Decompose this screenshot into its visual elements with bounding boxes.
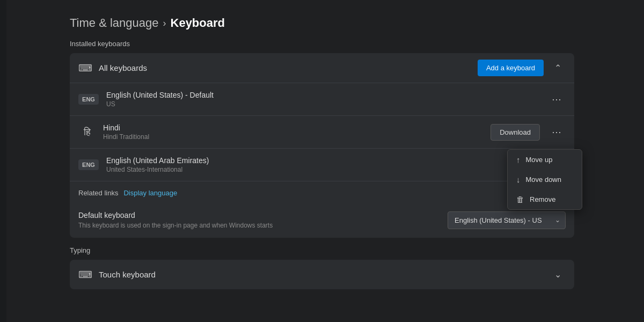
collapse-chevron-button[interactable]: ⌃ xyxy=(550,61,566,75)
default-keyboard-title: Default keyboard xyxy=(78,211,273,219)
hindi-name: Hindi xyxy=(103,123,483,132)
related-links-section: Related links Display language xyxy=(70,181,574,202)
english-us-sub: US xyxy=(106,100,540,108)
default-keyboard-select[interactable]: English (United States) - US xyxy=(448,211,566,229)
remove-item[interactable]: 🗑 Remove xyxy=(508,189,582,209)
keyboard-row-hindi: हि Hindi Hindi Traditional Download ⋯ xyxy=(70,116,574,149)
move-down-item[interactable]: ↓ Move down xyxy=(508,170,582,189)
installed-keyboards-title: Installed keyboards xyxy=(70,40,574,48)
breadcrumb-parent[interactable]: Time & language xyxy=(70,16,159,30)
installed-keyboards-card: ⌨ All keyboards Add a keyboard ⌃ ENG Eng… xyxy=(70,53,574,238)
typing-section-title: Typing xyxy=(70,246,574,254)
breadcrumb: Time & language › Keyboard xyxy=(70,16,574,30)
remove-label: Remove xyxy=(530,195,555,203)
sidebar-strip xyxy=(0,0,6,322)
default-keyboard-info: Default keyboard This keyboard is used o… xyxy=(78,211,273,229)
all-keyboards-header: ⌨ All keyboards Add a keyboard ⌃ xyxy=(70,53,574,83)
move-down-label: Move down xyxy=(526,175,561,184)
keyboard-row-english-us: ENG English (United States) - Default US… xyxy=(70,83,574,116)
default-keyboard-sub: This keyboard is used on the sign-in pag… xyxy=(78,222,273,229)
english-us-name: English (United States) - Default xyxy=(106,91,540,99)
move-up-item[interactable]: ↑ Move up xyxy=(508,150,582,170)
related-links-label: Related links xyxy=(78,189,118,197)
move-up-icon: ↑ xyxy=(516,155,521,164)
english-us-more-button[interactable]: ⋯ xyxy=(547,92,566,106)
hindi-icon: हि xyxy=(78,127,96,138)
touch-keyboard-icon: ⌨ xyxy=(78,269,92,281)
hindi-more-button[interactable]: ⋯ xyxy=(547,125,566,139)
english-uae-info: English (United Arab Emirates) United St… xyxy=(106,156,483,173)
download-button[interactable]: Download xyxy=(491,124,540,141)
move-up-label: Move up xyxy=(526,156,553,164)
hindi-sub: Hindi Traditional xyxy=(103,133,483,141)
context-menu: ↑ Move up ↓ Move down 🗑 Remove xyxy=(507,149,582,210)
keyboard-row-english-uae: ENG English (United Arab Emirates) Unite… xyxy=(70,149,574,181)
breadcrumb-arrow: › xyxy=(163,18,166,29)
display-language-link[interactable]: Display language xyxy=(123,189,177,197)
touch-keyboard-label: Touch keyboard xyxy=(99,270,544,279)
touch-keyboard-expand-button[interactable]: ⌄ xyxy=(550,267,566,282)
typing-card: ⌨ Touch keyboard ⌄ xyxy=(70,260,574,289)
all-keyboards-label: All keyboards xyxy=(99,63,471,72)
english-uae-sub: United States-International xyxy=(106,166,483,173)
default-keyboard-row: Default keyboard This keyboard is used o… xyxy=(78,211,566,229)
touch-keyboard-row: ⌨ Touch keyboard ⌄ xyxy=(70,260,574,289)
english-uae-badge: ENG xyxy=(78,159,99,170)
breadcrumb-current: Keyboard xyxy=(171,16,225,30)
default-keyboard-select-wrapper: English (United States) - US ⌄ xyxy=(448,211,566,229)
remove-icon: 🗑 xyxy=(516,195,524,204)
english-us-info: English (United States) - Default US xyxy=(106,91,540,108)
add-keyboard-button[interactable]: Add a keyboard xyxy=(478,60,544,76)
default-keyboard-section: Default keyboard This keyboard is used o… xyxy=(70,202,574,238)
hindi-info: Hindi Hindi Traditional xyxy=(103,123,483,141)
english-us-badge: ENG xyxy=(78,94,99,105)
english-uae-name: English (United Arab Emirates) xyxy=(106,156,483,165)
move-down-icon: ↓ xyxy=(516,175,521,184)
keyboard-header-icon: ⌨ xyxy=(78,62,92,74)
